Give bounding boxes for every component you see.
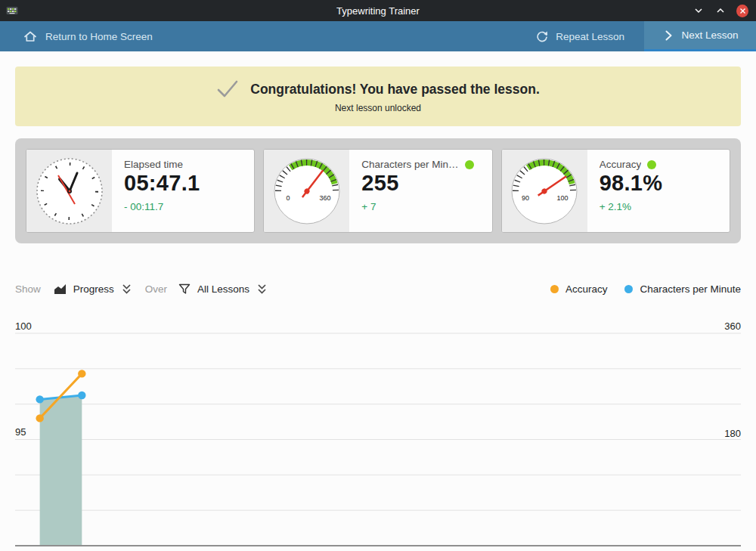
cpm-gauge-min: 0 <box>286 194 290 202</box>
chevron-down-icon <box>694 6 703 15</box>
accuracy-status-dot <box>647 160 656 169</box>
repeat-lesson-label: Repeat Lesson <box>556 31 624 42</box>
over-label: Over <box>145 283 167 295</box>
next-lesson-label: Next Lesson <box>681 29 738 41</box>
accuracy-gauge-icon: 90 100 <box>502 150 587 232</box>
return-home-button[interactable]: Return to Home Screen <box>9 21 166 51</box>
success-banner: Congratulations! You have passed the les… <box>15 67 741 126</box>
app-icon <box>6 5 18 17</box>
lesson-filter-value: All Lessons <box>197 283 249 295</box>
app-window: Typewriting Trainer Return to Home Scree… <box>0 0 756 551</box>
accuracy-value: 98.1% <box>600 171 717 196</box>
clock-icon <box>26 150 112 232</box>
metric-selector[interactable]: Progress <box>53 282 133 296</box>
chevron-up-icon <box>716 6 725 15</box>
cpm-legend-dot <box>624 285 633 293</box>
check-icon <box>216 79 239 99</box>
minimize-button[interactable] <box>692 5 705 17</box>
next-lesson-button[interactable]: Next Lesson <box>644 21 756 51</box>
chevron-double-down-icon <box>256 282 268 296</box>
toolbar: Return to Home Screen Repeat Lesson Next… <box>0 21 756 51</box>
close-icon <box>736 5 748 17</box>
accuracy-legend-label: Accuracy <box>565 283 608 295</box>
elapsed-time-label: Elapsed time <box>124 159 183 170</box>
accuracy-legend-dot <box>550 285 559 293</box>
window-controls <box>692 0 748 21</box>
progress-chart <box>0 317 756 551</box>
accuracy-label: Accuracy <box>600 159 642 170</box>
close-button[interactable] <box>736 5 748 17</box>
return-home-label: Return to Home Screen <box>45 31 153 42</box>
titlebar: Typewriting Trainer <box>0 0 756 21</box>
cpm-value: 255 <box>361 171 479 196</box>
cpm-label: Characters per Min… <box>361 159 458 170</box>
accuracy-card: 90 100 Accuracy 98.1% + 2.1% <box>501 149 730 233</box>
cpm-legend-label: Characters per Minute <box>640 283 741 295</box>
refresh-icon <box>535 29 549 43</box>
show-label: Show <box>15 283 41 295</box>
cpm-card: 0 360 Characters per Min… 255 + 7 <box>263 149 492 233</box>
chevron-double-down-icon <box>120 282 133 296</box>
maximize-button[interactable] <box>714 5 727 17</box>
banner-title: Congratulations! You have passed the les… <box>250 82 540 98</box>
stats-panel: Elapsed time 05:47.1 - 00:11.7 0 360 <box>15 138 741 243</box>
cpm-gauge-max: 360 <box>319 194 330 202</box>
elapsed-time-value: 05:47.1 <box>124 171 242 196</box>
repeat-lesson-button[interactable]: Repeat Lesson <box>516 21 644 51</box>
accuracy-delta: + 2.1% <box>600 201 717 212</box>
metric-selector-value: Progress <box>73 283 114 295</box>
banner-subtitle: Next lesson unlocked <box>335 103 421 113</box>
accuracy-gauge-max: 100 <box>557 194 569 202</box>
chevron-right-icon <box>662 29 675 42</box>
elapsed-time-delta: - 00:11.7 <box>124 201 242 212</box>
elapsed-time-card: Elapsed time 05:47.1 - 00:11.7 <box>26 149 255 233</box>
accuracy-gauge-min: 90 <box>522 194 529 202</box>
progress-chart-icon <box>53 282 67 296</box>
filter-icon <box>178 282 191 296</box>
chart-controls: Show Progress Over All Lessons Accur <box>15 279 741 299</box>
toolbar-right: Repeat Lesson Next Lesson <box>516 21 756 51</box>
cpm-delta: + 7 <box>361 201 479 212</box>
cpm-gauge-icon: 0 360 <box>264 150 349 232</box>
chart-legend: Accuracy Characters per Minute <box>550 283 741 295</box>
window-title: Typewriting Trainer <box>0 5 756 17</box>
cpm-status-dot <box>465 160 474 169</box>
lesson-filter[interactable]: All Lessons <box>178 282 268 296</box>
home-icon <box>23 29 38 44</box>
